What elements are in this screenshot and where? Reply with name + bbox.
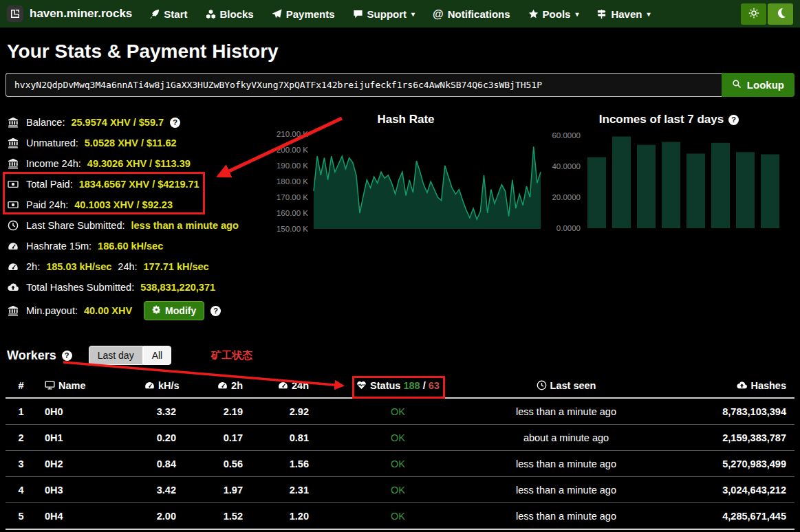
stat-row: Total Hashes Submitted:538,831,220,371 [6, 277, 268, 298]
dashboard: Balance:25.9574 XHV / $59.7?Unmatured:5.… [0, 112, 800, 324]
hashrate-chart: Hash Rate 210.00 K200.00 K190.00 K180.00… [268, 112, 543, 324]
theme-toggle-group [741, 3, 793, 25]
status-ok-count: 188 [400, 380, 420, 391]
stat-label: Unmatured: [26, 137, 78, 148]
brand[interactable]: haven.miner.rocks [7, 5, 132, 22]
nav-item-notifications[interactable]: @Notifications [433, 8, 510, 20]
worker-hashes: 8,783,103,394 [653, 398, 794, 425]
stat-row: 2h:185.03 kH/sec24h:177.71 kH/sec [6, 256, 268, 277]
stat-row: Income 24h:49.3026 XHV / $113.39 [6, 153, 268, 174]
help-icon[interactable]: ? [62, 351, 72, 361]
money-bill-icon [6, 179, 20, 190]
brand-label: haven.miner.rocks [30, 7, 132, 21]
stat-label: Balance: [26, 117, 65, 128]
worker-2h: 1.97 [184, 477, 251, 503]
help-icon[interactable]: ? [170, 118, 180, 128]
tachometer-icon [6, 261, 20, 272]
help-icon[interactable]: ? [728, 115, 739, 125]
dark-theme-button[interactable] [768, 3, 793, 25]
status-fail-count: 63 [429, 380, 440, 391]
comments-icon [353, 9, 363, 19]
worker-name: 0H1 [36, 425, 136, 451]
bank-icon [6, 305, 20, 316]
stat-value: 186.60 kH/sec [98, 241, 163, 252]
svg-text:170.00 K: 170.00 K [277, 193, 308, 201]
tachometer-icon [278, 380, 292, 391]
nav-item-label: Support [367, 8, 407, 20]
stat-value: 40.1003 XHV / $92.23 [74, 199, 173, 210]
workers-tab-last-day[interactable]: Last day [89, 346, 143, 365]
stat-label: Total Hashes Submitted: [26, 282, 134, 293]
worker-last-seen: less than a minute ago [479, 503, 653, 530]
worker-name: 0H4 [36, 503, 136, 530]
svg-text:200.00 K: 200.00 K [277, 146, 308, 154]
nav-item-haven[interactable]: Haven▾ [596, 8, 650, 20]
chevron-down-icon: ▾ [647, 10, 650, 18]
worker-name: 0H2 [36, 451, 136, 477]
column-header-index: # [6, 373, 36, 398]
bank-icon [6, 158, 20, 169]
hashrate-chart-canvas: 210.00 K200.00 K190.00 K180.00 K170.00 K… [268, 127, 543, 237]
stat-row: Last Share Submitted:less than a minute … [6, 215, 268, 236]
worker-2h: 2.19 [184, 398, 251, 425]
tachometer-icon [6, 241, 20, 252]
stat-value: 49.3026 XHV / $113.39 [87, 158, 191, 169]
svg-text:0.0000: 0.0000 [556, 224, 581, 232]
map-signs-icon [596, 9, 607, 19]
monitor-icon [45, 380, 58, 391]
nav-item-pools[interactable]: Pools▾ [528, 8, 579, 20]
modify-button[interactable]: Modify [144, 301, 204, 320]
incomes-chart-title: Incomes of last 7 days ? [543, 112, 794, 127]
nav-menu: StartBlocksPaymentsSupport▾@Notification… [149, 8, 650, 20]
help-icon[interactable]: ? [210, 306, 221, 316]
at-icon: @ [433, 9, 444, 19]
incomes-chart: Incomes of last 7 days ? 60.000040.00002… [543, 112, 794, 324]
wallet-address-input[interactable] [6, 73, 722, 97]
worker-index: 3 [6, 451, 36, 477]
search-icon [732, 79, 742, 91]
clock-icon [6, 220, 20, 231]
column-header-24h: 24h [251, 373, 317, 398]
nav-item-label: Blocks [220, 8, 254, 20]
nav-item-support[interactable]: Support▾ [353, 8, 415, 20]
svg-text:180.00 K: 180.00 K [277, 177, 308, 186]
column-header-label: Name [58, 380, 86, 391]
worker-hashes: 4,285,671,445 [653, 503, 794, 530]
stat-label: Hashrate 15m: [26, 241, 91, 252]
money-bill-icon [6, 199, 20, 210]
worker-khs: 0.20 [136, 425, 184, 451]
stat-label: Last Share Submitted: [26, 220, 125, 231]
heartbeat-icon [356, 380, 370, 391]
nav-item-label: Payments [286, 8, 335, 20]
workers-table: #NamekH/s2h24hStatus 188 / 63Last seenHa… [6, 373, 794, 530]
lookup-button-label: Lookup [747, 79, 784, 91]
worker-index: 4 [6, 477, 36, 503]
table-row: 10H03.322.192.92OKless than a minute ago… [6, 398, 794, 425]
worker-name: 0H3 [36, 477, 136, 503]
worker-name: 0H0 [36, 398, 136, 425]
stat-value: 5.0528 XHV / $11.62 [85, 137, 177, 148]
worker-index: 5 [6, 503, 36, 530]
column-header-kh-s: kH/s [136, 373, 184, 398]
sun-icon [748, 8, 759, 21]
workers-header: Workers ? Last dayAll [7, 346, 800, 365]
workers-tab-all[interactable]: All [143, 346, 172, 365]
worker-khs: 3.32 [136, 398, 184, 425]
status-separator: / [420, 380, 429, 391]
light-theme-button[interactable] [741, 3, 766, 25]
nav-item-blocks[interactable]: Blocks [206, 8, 254, 20]
column-header-name: Name [36, 373, 136, 398]
column-header-last-seen: Last seen [479, 373, 653, 398]
paper-plane-icon [272, 9, 282, 19]
stat-value: less than a minute ago [131, 220, 238, 231]
worker-24h: 2.92 [251, 398, 317, 425]
stat-value: 1834.6567 XHV / $4219.71 [79, 179, 199, 190]
stat-row: Min.payout:40.00 XHVModify? [6, 298, 268, 324]
nav-item-payments[interactable]: Payments [272, 8, 335, 20]
incomes-chart-canvas: 60.000040.000020.00000.0000 [543, 127, 794, 237]
chevron-down-icon: ▾ [575, 10, 579, 18]
worker-24h: 0.81 [251, 425, 317, 451]
nav-item-start[interactable]: Start [149, 8, 187, 20]
lookup-button[interactable]: Lookup [722, 73, 794, 97]
column-header-label: Hashes [750, 380, 786, 391]
